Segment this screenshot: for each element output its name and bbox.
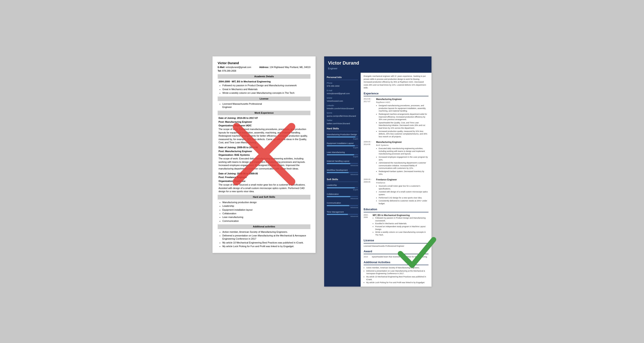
soft-skill-collaboration: Collaboration Advanced (327, 193, 358, 200)
experience-title: Experience (364, 92, 428, 96)
page-container: Victor Durand E-Mail: victorjdurand@gmai… (212, 56, 432, 286)
work-header: Work Experience (218, 111, 310, 115)
soft-skill-name-1: Collaboration (327, 193, 358, 195)
www-value: VictorDurand.com (327, 99, 358, 102)
skill-mfg-production: Manufacturing Production Design Expert (327, 133, 358, 140)
skills-content: Manufacturing production design Leadersh… (218, 201, 310, 223)
education-title: Education (364, 207, 428, 212)
work3-date: Date of Joining: 2008-06 to 2009-05 (218, 172, 258, 175)
soft-skill-name-0: Leadership (327, 184, 358, 186)
soft-skill-bar-fill-1 (327, 196, 350, 197)
exp3-date: 2008-06 -2009-05 (364, 178, 374, 205)
tel-value: 978-289-2658 (222, 69, 236, 72)
skill-level-4: Advanced (327, 173, 358, 176)
address-line: Address: 134 Rightward Way Portland, ME,… (259, 66, 310, 69)
skill-bar-fill-4 (327, 172, 348, 173)
soft-skill-bar-fill-3 (327, 214, 348, 215)
work1-date: Date of Joining: 2014-06 to 2017-07 (218, 117, 258, 119)
academic-content: 2004-2008 · MIT, BS in Mechanical Engine… (218, 80, 310, 95)
edu1-title: MIT, BS in Mechanical Engineering (373, 214, 428, 217)
skill-level-0: Expert (327, 138, 358, 140)
tel-label: Tel: (218, 69, 222, 72)
exp3-content: Freelance Engineer Freelance Sourced a s… (376, 178, 428, 205)
email-label: E-Mail: (218, 66, 225, 68)
list-item: Delivered a presentation on Lean Manufac… (222, 234, 310, 241)
email-field-value: victorjdurand@gmail.com (327, 92, 358, 95)
award-text: Spearheaded team that received Shingo Pr… (372, 256, 428, 258)
exp2-bullets: Executed daily manufacturing engineering… (376, 147, 428, 175)
personal-linkedin: LinkedIn linkedin.com/in/VictorJDurand (327, 104, 358, 110)
additional-header: Additional activities (218, 224, 310, 229)
list-item: Followed my passion in Product Design an… (375, 217, 428, 222)
work2-scope: The scope of work: Executed daily manufa… (218, 157, 310, 170)
email-value: victorjdurand@gmail.com (226, 66, 251, 68)
skill-level-2: Expert (327, 156, 358, 158)
list-item: Wrote a weekly column on Lean Manufactur… (222, 91, 310, 95)
list-item: Active member, American Society of Manuf… (222, 230, 310, 234)
list-item: My article Lock Picking for Fun and Prof… (366, 281, 428, 284)
license-bullets: Licensed Massachusetts ProfessionalEngin… (218, 102, 310, 109)
right-content: Energetic mechanical engineer with 9+ ye… (361, 73, 432, 286)
work-entry-1: Date of Joining: 2014-06 to 2017-07 Post… (218, 116, 310, 144)
license-right-title: License (364, 239, 428, 243)
summary-text: Energetic mechanical engineer with 9+ ye… (364, 75, 428, 89)
soft-skill-leadership: Leadership Expert (327, 184, 358, 191)
list-item: Followed my passion in Product Design an… (222, 84, 310, 87)
exp2-org: BAE Systems (376, 144, 428, 146)
list-item: Delivered a presentation on Lean Manufac… (366, 270, 428, 275)
exp1-title: Manufacturing Engineer (376, 98, 428, 101)
edu1-date: 2004 -2008 (364, 214, 370, 237)
email-field-label: E-mail (327, 89, 358, 92)
list-item: Spearheaded the Quality, Cost, and Time … (379, 121, 428, 130)
skill-name-1: Equipment Installation Layout (327, 142, 358, 145)
skills-bullets: Manufacturing production design Leadersh… (218, 201, 310, 223)
list-item: Assisted with design of a small custom m… (379, 190, 428, 196)
right-title: Engineer (328, 67, 428, 70)
list-item: Increased employee engagement in the Lea… (379, 156, 428, 161)
additional-content: Active member, American Society of Manuf… (218, 230, 310, 248)
work2-post: Post: Manufacturing Engineer (218, 150, 252, 153)
skill-name-3: Material Handling Layout (327, 160, 358, 162)
work2-org: Organization: BAE Systems (218, 154, 250, 156)
personal-twitter: Twitter twitter.com/VictorJDurand (327, 119, 358, 125)
exp-entry-3: 2008-06 -2009-05 Freelance Engineer Free… (364, 178, 428, 205)
award-year: 2015 (364, 256, 370, 258)
phone-label: Phone (327, 82, 358, 84)
list-item: Excelled in Mechanics and Materials. (375, 222, 428, 225)
skill-bar-bg-2 (327, 154, 358, 155)
list-item: Redesigned machine arrangements departme… (379, 113, 428, 121)
skill-bar-bg-0 (327, 136, 358, 137)
exp3-bullets: Sourced a small motor gear box for a cus… (376, 185, 428, 205)
address-value: 134 Rightward Way Portland, ME, 04019 (270, 66, 310, 68)
soft-skill-name-2: Communication (327, 201, 358, 204)
license-content: Licensed Massachusetts ProfessionalEngin… (218, 102, 310, 109)
tel-line: Tel: 978-289-2658 (218, 69, 310, 72)
hard-skills-title: Hard Skills (327, 127, 358, 131)
list-item: Redesigned Kanban system. Decreased inve… (379, 170, 428, 175)
list-item: My article 10 Mechanical Engineering Bes… (222, 241, 310, 244)
work-content: Date of Joining: 2014-06 to 2017-07 Post… (218, 116, 310, 193)
work-entry-2: Date of Joining: 2009-05 to 2014-06 Post… (218, 146, 310, 170)
list-item: Manufacturing production design (222, 201, 310, 204)
skill-material-handling: Material Handling Layout Advanced (327, 160, 358, 167)
list-item: Licensed Massachusetts ProfessionalEngin… (222, 102, 310, 109)
exp1-date: 2014-06 -2017-07 (364, 98, 374, 138)
soft-skill-level-3: Advanced (327, 215, 358, 218)
skill-bar-fill-2 (327, 154, 354, 155)
degree-text: 2004-2008 · MIT, BS in Mechanical Engine… (218, 80, 310, 83)
list-item: Designed manufacturing procedures, proce… (379, 104, 428, 112)
skill-bar-bg-3 (327, 163, 358, 164)
exp2-content: Manufacturing Engineer BAE Systems Execu… (376, 140, 428, 176)
work3-scope: The scope of work: Sourced a small motor… (218, 183, 310, 193)
list-item: Consistently delivered to customer needs… (379, 200, 428, 205)
exp2-date: 2009-05 -2014-06 (364, 140, 374, 176)
skill-level-1: Expert (327, 146, 358, 149)
linkedin-value: linkedin.com/in/VictorJDurand (327, 107, 358, 110)
list-item: Executed daily manufacturing engineering… (379, 147, 428, 155)
edu-entry-1: 2004 -2008 MIT, BS in Mechanical Enginee… (364, 214, 428, 237)
soft-skills-title: Soft Skills (327, 178, 358, 182)
list-item: Performed CAD design for a new sports vi… (379, 197, 428, 199)
list-item: Great in Mechanics and Materials (222, 88, 310, 91)
skill-bar-fill-0 (327, 136, 356, 137)
skill-level-3: Advanced (327, 164, 358, 167)
